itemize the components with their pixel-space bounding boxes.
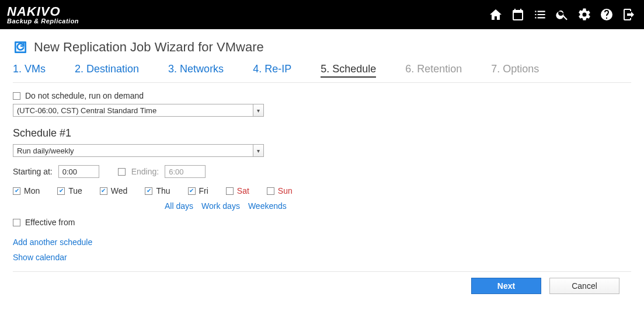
- frequency-value: Run daily/weekly: [17, 146, 74, 155]
- schedule-section-title: Schedule #1: [13, 127, 631, 139]
- brand-logo: NAKIVO Backup & Replication: [7, 5, 79, 25]
- day-tue-label: Tue: [68, 186, 82, 195]
- day-thu-label: Thu: [156, 186, 170, 195]
- tab-schedule[interactable]: 5. Schedule: [321, 63, 376, 78]
- tab-retention[interactable]: 6. Retention: [405, 63, 462, 76]
- brand-tagline: Backup & Replication: [7, 18, 79, 25]
- tab-networks[interactable]: 3. Networks: [168, 63, 224, 76]
- day-sat-checkbox[interactable]: [226, 187, 234, 195]
- list-icon[interactable]: [532, 6, 548, 23]
- frequency-select[interactable]: Run daily/weekly ▾: [13, 144, 264, 157]
- effective-from-checkbox[interactable]: [13, 219, 20, 226]
- effective-from-row: Effective from: [13, 218, 631, 227]
- day-wed-checkbox[interactable]: [100, 187, 107, 195]
- day-fri-label: Fri: [199, 186, 208, 195]
- preset-weekends[interactable]: Weekends: [248, 201, 287, 211]
- wizard-tabs: 1. VMs 2. Destination 3. Networks 4. Re-…: [13, 63, 631, 83]
- time-row: Starting at: 0:00 Ending: 6:00: [13, 165, 631, 178]
- day-mon-checkbox[interactable]: [13, 187, 20, 195]
- show-calendar-link[interactable]: Show calendar: [13, 253, 631, 262]
- page-title: New Replication Job Wizard for VMware: [34, 40, 264, 55]
- timezone-select[interactable]: (UTC-06:00, CST) Central Standard Time ▾: [13, 104, 264, 117]
- day-wed-label: Wed: [111, 186, 128, 195]
- chevron-down-icon: ▾: [253, 145, 263, 156]
- refresh-icon: [13, 40, 28, 55]
- preset-all-days[interactable]: All days: [165, 201, 193, 211]
- effective-from-label: Effective from: [25, 218, 75, 227]
- tab-vms[interactable]: 1. VMs: [13, 63, 46, 76]
- preset-work-days[interactable]: Work days: [201, 201, 240, 211]
- tab-reip[interactable]: 4. Re-IP: [253, 63, 291, 76]
- title-row: New Replication Job Wizard for VMware: [13, 40, 631, 55]
- header-toolbar: [488, 6, 637, 23]
- days-row: Mon Tue Wed Thu Fri Sat Sun: [13, 186, 631, 195]
- tab-options[interactable]: 7. Options: [491, 63, 539, 76]
- schedule-links: Add another schedule Show calendar: [13, 237, 631, 262]
- do-not-schedule-row: Do not schedule, run on demand: [13, 91, 631, 100]
- ending-label: Ending:: [131, 167, 159, 176]
- cancel-button[interactable]: Cancel: [549, 278, 619, 294]
- add-schedule-link[interactable]: Add another schedule: [13, 237, 631, 247]
- day-thu-checkbox[interactable]: [145, 187, 152, 195]
- wizard-content: New Replication Job Wizard for VMware 1.…: [0, 29, 644, 294]
- tab-destination[interactable]: 2. Destination: [75, 63, 139, 76]
- calendar-icon[interactable]: [510, 6, 526, 23]
- gear-icon[interactable]: [576, 6, 593, 23]
- chevron-down-icon: ▾: [253, 104, 263, 116]
- logout-icon[interactable]: [621, 6, 637, 23]
- day-fri-checkbox[interactable]: [188, 187, 196, 195]
- do-not-schedule-checkbox[interactable]: [13, 92, 20, 100]
- help-icon[interactable]: [598, 6, 615, 23]
- next-button[interactable]: Next: [471, 278, 541, 294]
- day-tue-checkbox[interactable]: [57, 187, 65, 195]
- timezone-value: (UTC-06:00, CST) Central Standard Time: [17, 106, 156, 115]
- brand-name: NAKIVO: [7, 5, 79, 18]
- day-sun-label: Sun: [278, 186, 293, 195]
- day-presets: All days Work days Weekends: [165, 201, 631, 211]
- day-mon-label: Mon: [24, 186, 40, 195]
- home-icon[interactable]: [488, 6, 504, 23]
- do-not-schedule-label: Do not schedule, run on demand: [25, 91, 144, 100]
- app-header: NAKIVO Backup & Replication: [0, 0, 644, 29]
- starting-time-input[interactable]: 0:00: [58, 165, 99, 178]
- starting-label: Starting at:: [13, 167, 53, 176]
- ending-checkbox[interactable]: [118, 168, 126, 176]
- ending-time-input[interactable]: 6:00: [165, 165, 206, 178]
- wizard-footer: Next Cancel: [13, 272, 631, 294]
- day-sun-checkbox[interactable]: [267, 187, 274, 195]
- search-icon[interactable]: [554, 6, 570, 23]
- day-sat-label: Sat: [237, 186, 249, 195]
